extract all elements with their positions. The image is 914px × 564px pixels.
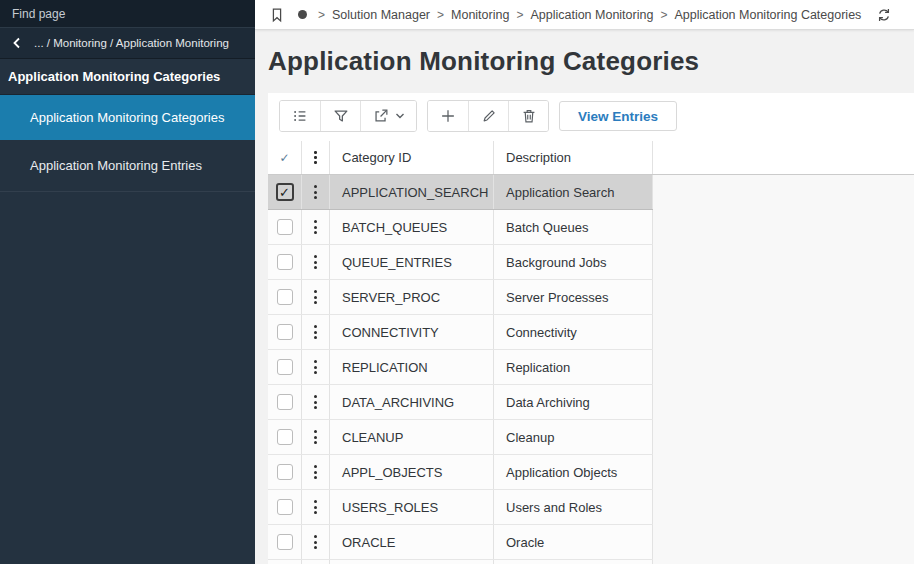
sidebar-item-0[interactable]: Application Monitoring Categories (0, 95, 255, 140)
row-kebab-menu-icon[interactable] (310, 321, 321, 343)
row-menu-cell (302, 280, 330, 314)
export-button[interactable] (360, 101, 416, 131)
find-page-label: Find page (12, 7, 65, 21)
table-row[interactable]: DATA_ARCHIVING Data Archiving (268, 385, 653, 420)
refresh-icon[interactable] (875, 6, 893, 24)
delete-button[interactable] (508, 101, 548, 131)
edit-icon (480, 107, 498, 125)
row-actions-header[interactable] (302, 141, 330, 174)
description-cell: Data Archiving (494, 385, 653, 419)
kebab-menu-icon (310, 147, 321, 168)
description-cell: Application Objects (494, 455, 653, 489)
row-checkbox[interactable] (277, 359, 293, 375)
row-kebab-menu-icon[interactable] (310, 356, 321, 378)
table-toolbar: View Entries (268, 93, 914, 141)
app-root: Find page ... / Monitoring / Application… (0, 0, 914, 564)
row-kebab-menu-icon[interactable] (310, 426, 321, 448)
row-checkbox[interactable] (277, 534, 293, 550)
row-checkbox-cell (268, 175, 302, 209)
table-row[interactable]: CONNECTIVITY Connectivity (268, 315, 653, 350)
title-band: Application Monitoring Categories (255, 30, 914, 93)
category-id-cell: REPLICATION (330, 350, 494, 384)
row-menu-cell (302, 175, 330, 209)
sidebar: Find page ... / Monitoring / Application… (0, 0, 255, 564)
breadcrumb-link[interactable]: Monitoring (451, 8, 509, 22)
add-button[interactable] (428, 101, 468, 131)
table-row[interactable]: USERS_ROLES Users and Roles (268, 490, 653, 525)
description-cell: Server Processes (494, 280, 653, 314)
main-area: >Solution Manager>Monitoring>Application… (255, 0, 914, 564)
table-row[interactable]: ORACLE Oracle (268, 525, 653, 560)
table-row[interactable]: QUEUE_ENTRIES Background Jobs (268, 245, 653, 280)
category-id-cell: QUEUE_ENTRIES (330, 245, 494, 279)
row-kebab-menu-icon[interactable] (310, 496, 321, 518)
find-page-search[interactable]: Find page (0, 0, 255, 28)
list-settings-button[interactable] (280, 101, 320, 131)
breadcrumb-link[interactable]: Application Monitoring (530, 8, 653, 22)
row-checkbox[interactable] (277, 324, 293, 340)
row-checkbox[interactable] (277, 219, 293, 235)
column-header-category-id[interactable]: Category ID (330, 141, 494, 174)
row-checkbox-cell (268, 245, 302, 279)
row-checkbox-cell (268, 560, 302, 564)
row-menu-cell (302, 490, 330, 524)
row-checkbox-cell (268, 385, 302, 419)
row-menu-cell (302, 560, 330, 564)
row-checkbox-cell (268, 280, 302, 314)
category-id-cell: USERS_ROLES (330, 490, 494, 524)
row-kebab-menu-icon[interactable] (310, 461, 321, 483)
row-kebab-menu-icon[interactable] (310, 391, 321, 413)
description-cell: Application Search (494, 175, 653, 209)
content-panel: View Entries ✓ Category ID Description (268, 93, 914, 564)
row-checkbox[interactable] (277, 254, 293, 270)
row-kebab-menu-icon[interactable] (310, 181, 321, 203)
view-entries-button[interactable]: View Entries (559, 101, 677, 131)
table-body: APPLICATION_SEARCH Application Search BA… (268, 175, 914, 564)
row-menu-cell (302, 525, 330, 559)
row-checkbox-cell (268, 455, 302, 489)
table-row[interactable]: APPLICATION_SEARCH Application Search (268, 175, 653, 210)
select-all-header[interactable]: ✓ (268, 141, 302, 174)
table-row[interactable]: CLEANUP Cleanup (268, 420, 653, 455)
page-title: Application Monitoring Categories (268, 46, 699, 77)
row-menu-cell (302, 455, 330, 489)
sidebar-item-1[interactable]: Application Monitoring Entries (0, 140, 255, 192)
breadcrumb-link[interactable]: Application Monitoring Categories (674, 8, 861, 22)
edit-button[interactable] (468, 101, 508, 131)
row-checkbox[interactable] (277, 394, 293, 410)
row-kebab-menu-icon[interactable] (310, 216, 321, 238)
description-cell: Oracle (494, 525, 653, 559)
row-kebab-menu-icon[interactable] (310, 251, 321, 273)
description-cell: Cleanup (494, 420, 653, 454)
filter-button[interactable] (320, 101, 360, 131)
table-row[interactable]: APPL_OBJECTS Application Objects (268, 455, 653, 490)
row-checkbox[interactable] (277, 289, 293, 305)
bookmark-icon[interactable] (268, 5, 286, 25)
row-kebab-menu-icon[interactable] (310, 286, 321, 308)
table-row[interactable]: REPLICATION Replication (268, 350, 653, 385)
breadcrumb-separator: > (437, 8, 444, 22)
row-kebab-menu-icon[interactable] (310, 531, 321, 553)
table-row[interactable] (268, 560, 653, 564)
breadcrumb-link[interactable]: Solution Manager (332, 8, 430, 22)
row-checkbox-cell (268, 210, 302, 244)
breadcrumb: >Solution Manager>Monitoring>Application… (311, 8, 861, 22)
row-checkbox[interactable] (277, 499, 293, 515)
sidebar-back-nav[interactable]: ... / Monitoring / Application Monitorin… (0, 28, 255, 59)
row-checkbox[interactable] (277, 464, 293, 480)
category-id-cell: APPLICATION_SEARCH (330, 175, 494, 209)
table-row[interactable]: BATCH_QUEUES Batch Queues (268, 210, 653, 245)
list-settings-icon (291, 107, 309, 125)
table-row[interactable]: SERVER_PROC Server Processes (268, 280, 653, 315)
column-header-description[interactable]: Description (494, 141, 653, 174)
description-cell: Replication (494, 350, 653, 384)
description-cell (494, 560, 653, 564)
category-id-cell: DATA_ARCHIVING (330, 385, 494, 419)
delete-icon (520, 107, 538, 125)
row-checkbox[interactable] (276, 183, 294, 201)
description-cell: Batch Queues (494, 210, 653, 244)
breadcrumb-separator: > (516, 8, 523, 22)
record-dot-icon[interactable] (298, 10, 307, 19)
check-icon: ✓ (279, 151, 289, 165)
row-checkbox[interactable] (277, 429, 293, 445)
